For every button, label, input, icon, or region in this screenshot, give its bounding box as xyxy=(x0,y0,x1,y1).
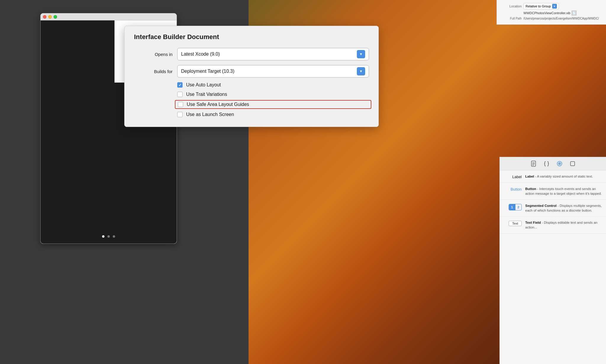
checkbox-auto-layout-row: Use Auto Layout xyxy=(177,82,369,88)
button-bold-name: Button xyxy=(525,187,536,191)
label-icon-text: Label xyxy=(504,174,522,179)
location-label: Location xyxy=(501,4,522,8)
braces-icon[interactable] xyxy=(543,160,550,167)
checkbox-trait-variations[interactable] xyxy=(177,92,183,97)
window-close-button[interactable] xyxy=(43,15,46,19)
opens-in-dropdown[interactable]: Latest Xcode (9.0) ▼ xyxy=(177,48,369,60)
svg-point-6 xyxy=(559,163,560,164)
checkbox-safe-area[interactable] xyxy=(178,102,183,107)
checkbox-launch-screen[interactable] xyxy=(177,112,183,117)
window-titlebar xyxy=(41,13,177,20)
ib-checkboxes: Use Auto Layout Use Trait Variations Use… xyxy=(177,82,369,117)
segmented-bold-name: Segmented Control xyxy=(525,204,557,207)
seg-part-1: 1 xyxy=(509,204,515,210)
button-desc: Button - Intercepts touch events and sen… xyxy=(525,186,602,196)
builds-for-label: Builds for xyxy=(134,69,173,74)
ib-document-panel: Interface Builder Document Opens in Late… xyxy=(124,26,379,127)
component-segmented-item: 1 2 Segmented Control - Displays multipl… xyxy=(500,200,606,217)
circle-target-icon[interactable] xyxy=(556,160,563,167)
label-desc-text: - A variably sized amount of static text… xyxy=(534,175,593,178)
fullpath-label: Full Path xyxy=(501,17,522,20)
inspector-top-panel: Location Relative to Group ▼ WWDCPhotosV… xyxy=(497,0,606,25)
bottom-inspector-panel: Label Label - A variably sized amount of… xyxy=(499,157,606,364)
location-row: Location Relative to Group ▼ xyxy=(501,3,602,9)
ib-document-form: Opens in Latest Xcode (9.0) ▼ Builds for… xyxy=(134,48,369,117)
location-dropdown-arrow: ▼ xyxy=(552,4,557,9)
dot-3 xyxy=(113,235,115,238)
window-maximize-button[interactable] xyxy=(54,15,57,19)
checkbox-auto-layout[interactable] xyxy=(177,82,183,88)
builds-for-row: Builds for Deployment Target (10.3) ▼ xyxy=(134,65,369,78)
opens-in-row: Opens in Latest Xcode (9.0) ▼ xyxy=(134,48,369,60)
location-dropdown[interactable]: Relative to Group ▼ xyxy=(523,3,559,9)
label-desc: Label - A variably sized amount of stati… xyxy=(525,174,602,179)
opens-in-label: Opens in xyxy=(134,52,173,57)
location-value: Relative to Group xyxy=(526,4,551,8)
checkbox-auto-layout-label: Use Auto Layout xyxy=(186,82,221,88)
opens-in-arrow-icon: ▼ xyxy=(357,50,365,58)
component-textfield-item: Text Text Field - Displays editable text… xyxy=(500,217,606,233)
component-button-item: Button Button - Intercepts touch events … xyxy=(500,183,606,200)
text-field-icon: Text xyxy=(509,221,522,226)
ib-document-title: Interface Builder Document xyxy=(134,33,369,41)
dot-1 xyxy=(102,235,104,238)
square-icon[interactable] xyxy=(569,160,576,167)
filename-value: WWDCPhotosViewController.xib xyxy=(523,11,570,15)
checkbox-safe-area-row: Use Safe Area Layout Guides xyxy=(175,100,371,109)
dot-2 xyxy=(107,235,110,238)
page-dots xyxy=(102,235,115,238)
segmented-desc: Segmented Control - Displays multiple se… xyxy=(525,203,602,213)
inspector-toolbar xyxy=(500,157,606,170)
svg-rect-7 xyxy=(570,162,575,166)
file-icon: 📄 xyxy=(572,11,576,15)
button-desc-text: - Intercepts touch events and sends an a… xyxy=(525,187,602,195)
textfield-desc: Text Field - Displays editable text and … xyxy=(525,220,602,230)
label-bold-name: Label xyxy=(525,175,534,178)
fullpath-value: /Users/pmarcos/projects/Evangelism/WWDCA… xyxy=(523,17,599,20)
checkbox-safe-area-label: Use Safe Area Layout Guides xyxy=(187,102,249,107)
svg-rect-0 xyxy=(531,161,536,166)
component-label-item: Label Label - A variably sized amount of… xyxy=(500,170,606,183)
checkbox-trait-variations-row: Use Trait Variations xyxy=(177,92,369,97)
component-list: Label Label - A variably sized amount of… xyxy=(500,170,606,234)
doc-icon[interactable] xyxy=(530,160,537,167)
button-icon-text: Button xyxy=(504,186,522,191)
opens-in-value: Latest Xcode (9.0) xyxy=(181,51,220,57)
seg-part-2: 2 xyxy=(515,204,522,210)
filename-row: WWDCPhotosViewController.xib 📄 xyxy=(501,11,602,15)
window-minimize-button[interactable] xyxy=(48,15,52,19)
segmented-control-icon: 1 2 xyxy=(509,204,522,210)
checkbox-trait-variations-label: Use Trait Variations xyxy=(186,92,227,97)
builds-for-value: Deployment Target (10.3) xyxy=(181,69,234,74)
builds-for-arrow-icon: ▼ xyxy=(357,67,365,75)
textfield-bold-name: Text Field xyxy=(525,221,541,224)
builds-for-dropdown[interactable]: Deployment Target (10.3) ▼ xyxy=(177,65,369,78)
fullpath-row: Full Path /Users/pmarcos/projects/Evange… xyxy=(501,17,602,20)
checkbox-launch-screen-label: Use as Launch Screen xyxy=(186,112,234,117)
checkbox-launch-screen-row: Use as Launch Screen xyxy=(177,112,369,117)
